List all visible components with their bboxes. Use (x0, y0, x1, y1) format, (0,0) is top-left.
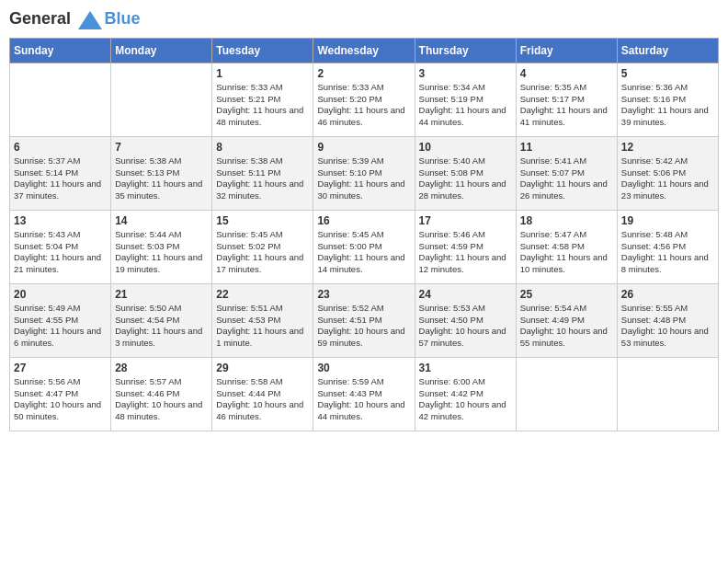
cell-details: Sunrise: 5:37 AMSunset: 5:14 PMDaylight:… (14, 155, 107, 202)
day-number: 19 (621, 214, 714, 227)
calendar-cell: 13Sunrise: 5:43 AMSunset: 5:04 PMDayligh… (10, 210, 111, 283)
cell-details: Sunrise: 5:51 AMSunset: 4:53 PMDaylight:… (216, 303, 309, 350)
day-number: 18 (520, 214, 613, 227)
calendar-cell: 15Sunrise: 5:45 AMSunset: 5:02 PMDayligh… (212, 210, 313, 283)
header-day-wednesday: Wednesday (313, 38, 415, 63)
cell-details: Sunrise: 5:38 AMSunset: 5:13 PMDaylight:… (115, 155, 208, 202)
header-day-thursday: Thursday (415, 38, 516, 63)
cell-details: Sunrise: 5:57 AMSunset: 4:46 PMDaylight:… (115, 376, 208, 423)
logo-triangle-icon (77, 10, 103, 30)
cell-details: Sunrise: 5:45 AMSunset: 5:00 PMDaylight:… (317, 229, 410, 276)
cell-details: Sunrise: 5:38 AMSunset: 5:11 PMDaylight:… (216, 155, 309, 202)
day-number: 17 (419, 214, 512, 227)
cell-details: Sunrise: 5:42 AMSunset: 5:06 PMDaylight:… (621, 155, 714, 202)
day-number: 23 (317, 288, 410, 301)
calendar-cell: 7Sunrise: 5:38 AMSunset: 5:13 PMDaylight… (111, 136, 212, 210)
calendar-cell: 4Sunrise: 5:35 AMSunset: 5:17 PMDaylight… (516, 63, 617, 136)
cell-details: Sunrise: 5:46 AMSunset: 4:59 PMDaylight:… (419, 229, 512, 276)
calendar-cell: 9Sunrise: 5:39 AMSunset: 5:10 PMDaylight… (313, 136, 415, 210)
calendar-cell: 25Sunrise: 5:54 AMSunset: 4:49 PMDayligh… (516, 283, 617, 357)
cell-details: Sunrise: 5:48 AMSunset: 4:56 PMDaylight:… (621, 229, 714, 276)
calendar-cell: 2Sunrise: 5:33 AMSunset: 5:20 PMDaylight… (313, 63, 415, 136)
header-day-saturday: Saturday (617, 38, 718, 63)
calendar-cell: 8Sunrise: 5:38 AMSunset: 5:11 PMDaylight… (212, 136, 313, 210)
cell-details: Sunrise: 5:50 AMSunset: 4:54 PMDaylight:… (115, 303, 208, 350)
calendar-cell: 17Sunrise: 5:46 AMSunset: 4:59 PMDayligh… (415, 210, 516, 283)
calendar-cell: 21Sunrise: 5:50 AMSunset: 4:54 PMDayligh… (111, 283, 212, 357)
cell-details: Sunrise: 5:49 AMSunset: 4:55 PMDaylight:… (14, 303, 107, 350)
calendar-cell: 18Sunrise: 5:47 AMSunset: 4:58 PMDayligh… (516, 210, 617, 283)
svg-marker-0 (78, 11, 102, 29)
calendar-cell: 6Sunrise: 5:37 AMSunset: 5:14 PMDaylight… (10, 136, 111, 210)
day-number: 16 (317, 214, 410, 227)
day-number: 8 (216, 141, 309, 154)
calendar-cell: 28Sunrise: 5:57 AMSunset: 4:46 PMDayligh… (111, 357, 212, 431)
cell-details: Sunrise: 5:53 AMSunset: 4:50 PMDaylight:… (419, 303, 512, 350)
day-number: 10 (419, 141, 512, 154)
calendar-week-row: 27Sunrise: 5:56 AMSunset: 4:47 PMDayligh… (10, 357, 719, 431)
cell-details: Sunrise: 6:00 AMSunset: 4:42 PMDaylight:… (419, 376, 512, 423)
calendar-cell: 29Sunrise: 5:58 AMSunset: 4:44 PMDayligh… (212, 357, 313, 431)
calendar-cell (10, 63, 111, 136)
day-number: 26 (621, 288, 714, 301)
day-number: 27 (14, 362, 107, 374)
calendar-cell: 3Sunrise: 5:34 AMSunset: 5:19 PMDaylight… (415, 63, 516, 136)
cell-details: Sunrise: 5:33 AMSunset: 5:20 PMDaylight:… (317, 82, 410, 129)
day-number: 11 (520, 141, 613, 154)
day-number: 9 (317, 141, 410, 154)
day-number: 13 (14, 214, 107, 227)
calendar-cell: 1Sunrise: 5:33 AMSunset: 5:21 PMDaylight… (212, 63, 313, 136)
cell-details: Sunrise: 5:40 AMSunset: 5:08 PMDaylight:… (419, 155, 512, 202)
calendar-header-row: SundayMondayTuesdayWednesdayThursdayFrid… (10, 38, 719, 63)
cell-details: Sunrise: 5:41 AMSunset: 5:07 PMDaylight:… (520, 155, 613, 202)
page-header: General Blue (9, 9, 719, 30)
cell-details: Sunrise: 5:44 AMSunset: 5:03 PMDaylight:… (115, 229, 208, 276)
cell-details: Sunrise: 5:45 AMSunset: 5:02 PMDaylight:… (216, 229, 309, 276)
calendar-cell: 12Sunrise: 5:42 AMSunset: 5:06 PMDayligh… (617, 136, 718, 210)
calendar-week-row: 13Sunrise: 5:43 AMSunset: 5:04 PMDayligh… (10, 210, 719, 283)
day-number: 29 (216, 362, 309, 374)
calendar-cell: 23Sunrise: 5:52 AMSunset: 4:51 PMDayligh… (313, 283, 415, 357)
calendar-cell: 31Sunrise: 6:00 AMSunset: 4:42 PMDayligh… (415, 357, 516, 431)
calendar-cell: 27Sunrise: 5:56 AMSunset: 4:47 PMDayligh… (10, 357, 111, 431)
cell-details: Sunrise: 5:55 AMSunset: 4:48 PMDaylight:… (621, 303, 714, 350)
logo: General Blue (9, 9, 141, 30)
header-day-monday: Monday (111, 38, 212, 63)
calendar-cell: 10Sunrise: 5:40 AMSunset: 5:08 PMDayligh… (415, 136, 516, 210)
calendar-cell (516, 357, 617, 431)
calendar-cell: 14Sunrise: 5:44 AMSunset: 5:03 PMDayligh… (111, 210, 212, 283)
cell-details: Sunrise: 5:58 AMSunset: 4:44 PMDaylight:… (216, 376, 309, 423)
calendar-cell: 16Sunrise: 5:45 AMSunset: 5:00 PMDayligh… (313, 210, 415, 283)
day-number: 4 (520, 67, 613, 80)
header-day-friday: Friday (516, 38, 617, 63)
day-number: 5 (621, 67, 714, 80)
calendar-week-row: 1Sunrise: 5:33 AMSunset: 5:21 PMDaylight… (10, 63, 719, 136)
cell-details: Sunrise: 5:39 AMSunset: 5:10 PMDaylight:… (317, 155, 410, 202)
cell-details: Sunrise: 5:35 AMSunset: 5:17 PMDaylight:… (520, 82, 613, 129)
calendar-cell (617, 357, 718, 431)
cell-details: Sunrise: 5:52 AMSunset: 4:51 PMDaylight:… (317, 303, 410, 350)
day-number: 25 (520, 288, 613, 301)
calendar-cell: 24Sunrise: 5:53 AMSunset: 4:50 PMDayligh… (415, 283, 516, 357)
cell-details: Sunrise: 5:34 AMSunset: 5:19 PMDaylight:… (419, 82, 512, 129)
day-number: 1 (216, 67, 309, 80)
calendar-week-row: 20Sunrise: 5:49 AMSunset: 4:55 PMDayligh… (10, 283, 719, 357)
day-number: 15 (216, 214, 309, 227)
day-number: 24 (419, 288, 512, 301)
calendar-table: SundayMondayTuesdayWednesdayThursdayFrid… (9, 38, 719, 431)
calendar-cell: 20Sunrise: 5:49 AMSunset: 4:55 PMDayligh… (10, 283, 111, 357)
cell-details: Sunrise: 5:36 AMSunset: 5:16 PMDaylight:… (621, 82, 714, 129)
day-number: 3 (419, 67, 512, 80)
header-day-sunday: Sunday (10, 38, 111, 63)
day-number: 14 (115, 214, 208, 227)
calendar-cell: 26Sunrise: 5:55 AMSunset: 4:48 PMDayligh… (617, 283, 718, 357)
day-number: 20 (14, 288, 107, 301)
cell-details: Sunrise: 5:54 AMSunset: 4:49 PMDaylight:… (520, 303, 613, 350)
calendar-week-row: 6Sunrise: 5:37 AMSunset: 5:14 PMDaylight… (10, 136, 719, 210)
calendar-cell (111, 63, 212, 136)
day-number: 7 (115, 141, 208, 154)
cell-details: Sunrise: 5:56 AMSunset: 4:47 PMDaylight:… (14, 376, 107, 423)
cell-details: Sunrise: 5:47 AMSunset: 4:58 PMDaylight:… (520, 229, 613, 276)
day-number: 31 (419, 362, 512, 374)
calendar-cell: 22Sunrise: 5:51 AMSunset: 4:53 PMDayligh… (212, 283, 313, 357)
